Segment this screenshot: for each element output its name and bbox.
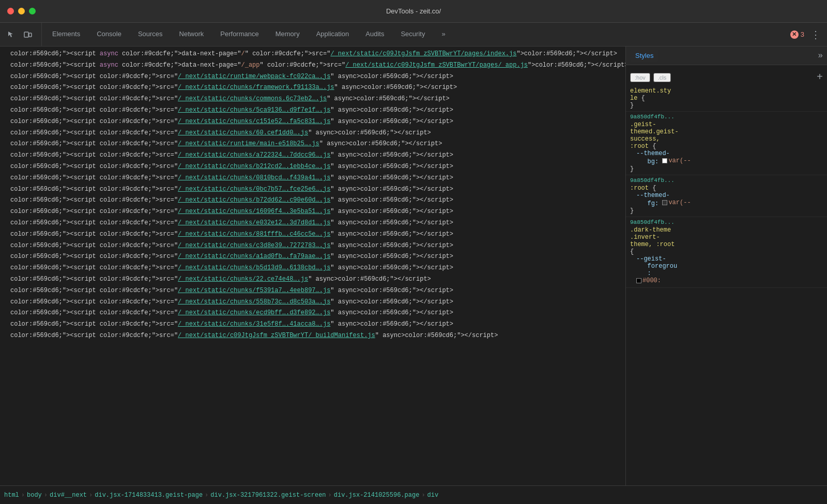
style-rule-2: 9a850df4fb... :root { --themed- fg: var(…: [626, 175, 827, 217]
breadcrumb-sep-4: ›: [328, 492, 332, 499]
elements-panel[interactable]: color:#569cd6;"><script async color:#9cd…: [0, 47, 625, 485]
code-line: color:#569cd6;"><script color:#9cdcfe;">…: [0, 139, 625, 150]
style-rule-1: 9a850df4fb... .geist-themed.geist-succes…: [626, 112, 827, 175]
code-line: color:#569cd6;"><script color:#9cdcfe;">…: [0, 116, 625, 128]
tab-more[interactable]: »: [433, 23, 453, 46]
style-value-3: #000:: [642, 277, 661, 284]
svg-rect-0: [24, 32, 28, 37]
code-line: color:#569cd6;"><script color:#9cdcfe;">…: [0, 173, 625, 184]
style-rule-1-close: }: [630, 165, 634, 173]
code-line: color:#569cd6;"><script color:#9cdcfe;">…: [0, 206, 625, 218]
window-controls: [7, 8, 36, 14]
hov-button[interactable]: :hov: [630, 73, 650, 82]
window-title: DevTools - zeit.co/: [386, 7, 441, 15]
breadcrumb-sep-0: ›: [21, 492, 25, 499]
color-swatch-1[interactable]: [662, 158, 667, 163]
code-line: color:#569cd6;"><script color:#9cdcfe;">…: [0, 263, 625, 274]
tab-elements[interactable]: Elements: [44, 23, 88, 46]
code-line: color:#569cd6;"><script color:#9cdcfe;">…: [0, 319, 625, 330]
style-selector: element.style {: [630, 87, 671, 102]
tab-memory[interactable]: Memory: [267, 23, 308, 46]
cls-button[interactable]: .cls: [653, 73, 671, 82]
breadcrumb-next[interactable]: div#__next: [50, 492, 87, 499]
devtools-menu-button[interactable]: ⋮: [808, 27, 823, 42]
code-line: color:#569cd6;"><script color:#9cdcfe;">…: [0, 82, 625, 94]
code-line: color:#569cd6;"><script color:#9cdcfe;">…: [0, 330, 625, 342]
code-line: color:#569cd6;"><script color:#9cdcfe;">…: [0, 184, 625, 195]
styles-panel: Styles » :hov .cls + element.style { } 9…: [625, 47, 827, 485]
code-line: color:#569cd6;"><script color:#9cdcfe;">…: [0, 274, 625, 285]
style-source-1[interactable]: 9a850df4fb...: [630, 114, 823, 120]
tab-network[interactable]: Network: [171, 23, 212, 46]
main-content: color:#569cd6;"><script async color:#9cd…: [0, 47, 827, 485]
style-rule-3: 9a850df4fb... .dark-theme.invert-theme, …: [626, 217, 827, 288]
code-line: color:#569cd6;"><script color:#9cdcfe;">…: [0, 218, 625, 229]
error-icon: ✕: [790, 30, 799, 39]
svg-rect-1: [29, 33, 32, 37]
breadcrumb-sep-5: ›: [421, 492, 425, 499]
titlebar: DevTools - zeit.co/: [0, 0, 827, 23]
color-swatch-2[interactable]: [662, 200, 667, 205]
style-close-brace: }: [630, 102, 634, 109]
code-line: color:#569cd6;"><script async color:#9cd…: [0, 49, 625, 60]
code-line: color:#569cd6;"><script color:#9cdcfe;">…: [0, 297, 625, 308]
devtools-tabbar: Elements Console Sources Network Perform…: [0, 23, 827, 47]
color-swatch-3[interactable]: [636, 278, 641, 283]
breadcrumb-bar: html › body › div#__next › div.jsx-17148…: [0, 485, 827, 504]
tab-application[interactable]: Application: [308, 23, 358, 46]
styles-content[interactable]: :hov .cls + element.style { } 9a850df4fb…: [626, 65, 827, 485]
style-rule-element: element.style { }: [626, 85, 827, 112]
error-badge: ✕ 3: [790, 30, 804, 39]
minimize-button[interactable]: [18, 8, 25, 14]
style-property-3: --geist- foregrou :: [630, 255, 823, 277]
tab-right-area: ✕ 3 ⋮: [790, 23, 827, 46]
pseudo-state-row: :hov .cls +: [626, 69, 827, 85]
breadcrumb-sep-2: ›: [89, 492, 93, 499]
device-toolbar-button[interactable]: [21, 27, 35, 42]
style-selector-3: .dark-theme.invert-theme, :root{: [630, 226, 675, 255]
style-rule-2-close: }: [630, 207, 634, 215]
style-source-3[interactable]: 9a850df4fb...: [630, 219, 823, 225]
tab-security[interactable]: Security: [392, 23, 433, 46]
breadcrumb-body[interactable]: body: [27, 492, 42, 499]
breadcrumb-div[interactable]: div: [427, 492, 439, 499]
style-selector-2: :root {: [630, 185, 656, 192]
style-property-1: --themed- bg: var(--: [630, 150, 823, 165]
styles-tabs: Styles »: [626, 47, 827, 65]
code-line: color:#569cd6;"><script async color:#9cd…: [0, 60, 625, 71]
code-line: color:#569cd6;"><script color:#9cdcfe;">…: [0, 240, 625, 252]
code-line: color:#569cd6;"><script color:#9cdcfe;">…: [0, 229, 625, 240]
tab-audits[interactable]: Audits: [357, 23, 392, 46]
maximize-button[interactable]: [29, 8, 36, 14]
breadcrumb-geist-screen[interactable]: div.jsx-3217961322.geist-screen: [210, 492, 326, 499]
close-button[interactable]: [7, 8, 14, 14]
inspect-element-button[interactable]: [4, 27, 19, 42]
style-value-2: var(--: [668, 199, 691, 206]
breadcrumb-html[interactable]: html: [4, 492, 19, 499]
code-line: color:#569cd6;"><script color:#9cdcfe;">…: [0, 128, 625, 139]
tab-styles[interactable]: Styles: [630, 50, 658, 62]
tab-console[interactable]: Console: [88, 23, 130, 46]
style-source-2[interactable]: 9a850df4fb...: [630, 177, 823, 184]
code-line: color:#569cd6;"><script color:#9cdcfe;">…: [0, 94, 625, 105]
code-line: color:#569cd6;"><script color:#9cdcfe;">…: [0, 285, 625, 297]
tab-performance[interactable]: Performance: [212, 23, 267, 46]
code-line: color:#569cd6;"><script color:#9cdcfe;">…: [0, 195, 625, 206]
style-selector-1: .geist-themed.geist-success,:root {: [630, 121, 679, 150]
code-line: color:#569cd6;"><script color:#9cdcfe;">…: [0, 71, 625, 83]
code-line: color:#569cd6;"><script color:#9cdcfe;">…: [0, 161, 625, 173]
code-line: color:#569cd6;"><script color:#9cdcfe;">…: [0, 308, 625, 319]
code-line: color:#569cd6;"><script color:#9cdcfe;">…: [0, 105, 625, 116]
breadcrumb-page[interactable]: div.jsx-2141025596.page: [334, 492, 420, 499]
breadcrumb-geist-page[interactable]: div.jsx-1714833413.geist-page: [95, 492, 203, 499]
breadcrumb-sep-1: ›: [44, 492, 48, 499]
style-value-1: var(--: [668, 157, 691, 164]
style-property-2: --themed- fg: var(--: [630, 192, 823, 207]
toolbar-icons: [4, 23, 42, 46]
breadcrumb-sep-3: ›: [205, 492, 208, 499]
code-line: color:#569cd6;"><script color:#9cdcfe;">…: [0, 150, 625, 161]
tab-sources[interactable]: Sources: [130, 23, 171, 46]
add-rule-button[interactable]: +: [817, 71, 823, 83]
styles-more-tabs[interactable]: »: [818, 51, 823, 60]
code-line: color:#569cd6;"><script color:#9cdcfe;">…: [0, 251, 625, 263]
